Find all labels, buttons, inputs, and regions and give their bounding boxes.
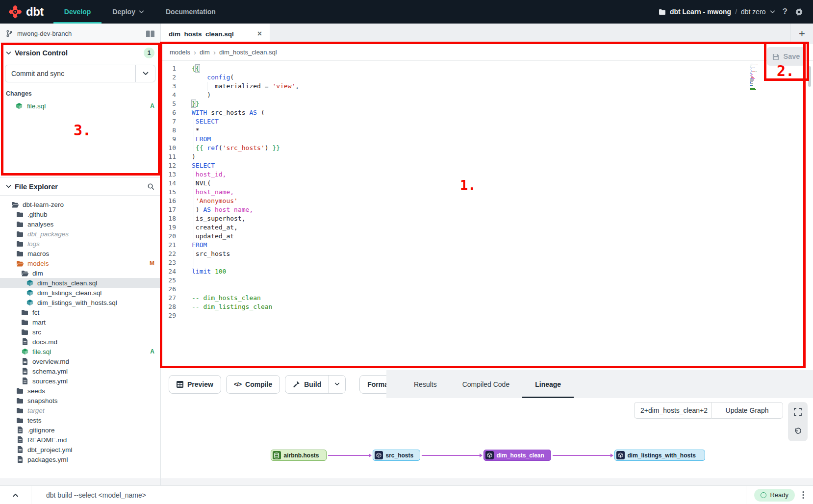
code-line[interactable]: src_hosts: [192, 250, 813, 258]
update-graph-button[interactable]: Update Graph: [711, 402, 783, 419]
kebab-menu-icon[interactable]: [802, 491, 804, 499]
tree-item-seeds[interactable]: seeds: [0, 386, 160, 396]
changed-file-row[interactable]: file.sqlA: [0, 100, 160, 112]
code-line[interactable]: SELECT: [192, 161, 813, 170]
code-line[interactable]: host_id,: [192, 170, 813, 179]
reset-view-icon[interactable]: [788, 422, 808, 441]
lineage-node-dim-hosts-clean[interactable]: dim_hosts_clean: [483, 450, 551, 461]
help-icon[interactable]: ?: [783, 7, 788, 17]
lineage-selector-input[interactable]: [634, 402, 711, 419]
breadcrumb-item[interactable]: models: [170, 49, 190, 56]
tree-item--github[interactable]: .github: [0, 209, 160, 219]
version-control-header[interactable]: Version Control 1: [0, 44, 160, 62]
tree-item-macros[interactable]: macros: [0, 249, 160, 258]
tree-item-fct[interactable]: fct: [0, 307, 160, 317]
code-line[interactable]: }}: [192, 100, 813, 108]
tree-item-dbt-project-yml[interactable]: dbt_project.yml: [0, 445, 160, 454]
tree-item-file-sql[interactable]: file.sqlA: [0, 347, 160, 356]
gear-icon[interactable]: [795, 8, 803, 16]
status-badge[interactable]: Ready: [754, 489, 795, 502]
nav-item-deploy[interactable]: Deploy: [102, 0, 155, 24]
lineage-node-dim-listings-with-hosts[interactable]: dim_listings_with_hosts: [614, 450, 705, 461]
tree-item-target[interactable]: target: [0, 405, 160, 415]
code-line[interactable]: ) AS host_name,: [192, 205, 813, 214]
code-line[interactable]: SELECT: [192, 117, 813, 126]
nav-item-develop[interactable]: Develop: [53, 0, 102, 24]
tree-item-dim[interactable]: dim: [0, 268, 160, 278]
tree-item-analyses[interactable]: analyses: [0, 219, 160, 229]
commit-and-sync-button[interactable]: Commit and sync: [5, 65, 135, 82]
preview-button[interactable]: Preview: [169, 375, 221, 394]
code-line[interactable]: *: [192, 126, 813, 135]
close-icon[interactable]: ×: [257, 29, 262, 38]
editor-tab-strip: dim_hosts_clean.sql × +: [161, 24, 813, 44]
code-line[interactable]: ): [192, 91, 813, 100]
code-line[interactable]: -- dim_listings_clean: [192, 302, 813, 311]
tree-item-dim-listings-with-hosts-sql[interactable]: dim_listings_with_hosts.sql: [0, 298, 160, 307]
breadcrumb-item[interactable]: dim_hosts_clean.sql: [219, 49, 277, 56]
code-line[interactable]: created_at,: [192, 223, 813, 232]
tree-item-dim-listings-clean-sql[interactable]: dim_listings_clean.sql: [0, 288, 160, 298]
code-line[interactable]: FROM: [192, 241, 813, 250]
code-line[interactable]: 'Anonymous': [192, 197, 813, 205]
code-line[interactable]: [192, 258, 813, 267]
tab-compiled-code[interactable]: Compiled Code: [450, 370, 523, 398]
code-line[interactable]: [192, 311, 813, 320]
fullscreen-icon[interactable]: [788, 402, 808, 422]
lineage-node-src-hosts[interactable]: src_hosts: [373, 450, 420, 461]
tree-item-dbt-learn-zero[interactable]: dbt-learn-zero: [0, 200, 160, 209]
tree-item-snapshots[interactable]: snapshots: [0, 396, 160, 405]
code-line[interactable]: config(: [192, 73, 813, 82]
tab-dim-hosts-clean[interactable]: dim_hosts_clean.sql ×: [161, 24, 270, 44]
lineage-node-airbnb-hosts[interactable]: airbnb.hosts: [271, 450, 327, 461]
code-line[interactable]: host_name,: [192, 188, 813, 197]
new-tab-button[interactable]: +: [790, 24, 813, 44]
code-lines[interactable]: {{ config( materialized = 'view', )}}WIT…: [180, 64, 813, 370]
commit-options-button[interactable]: [135, 65, 155, 82]
code-line[interactable]: {{: [192, 64, 813, 73]
build-button[interactable]: Build: [285, 375, 346, 394]
tree-item-docs-md[interactable]: docs.md: [0, 337, 160, 347]
dbt-logo[interactable]: dbt: [0, 0, 53, 24]
breadcrumb-item[interactable]: dim: [200, 49, 210, 56]
tree-item--gitignore[interactable]: .gitignore: [0, 425, 160, 435]
tree-item-overview-md[interactable]: overview.md: [0, 356, 160, 366]
tree-item-dim-hosts-clean-sql[interactable]: dim_hosts_clean.sql: [0, 278, 160, 288]
docs-view-icon[interactable]: [146, 30, 154, 37]
project-selector[interactable]: dbt Learn - mwong / dbt zero: [659, 8, 775, 16]
code-line[interactable]: materialized = 'view',: [192, 82, 813, 91]
code-line[interactable]: FROM: [192, 135, 813, 144]
tree-item-tests[interactable]: tests: [0, 415, 160, 425]
code-line[interactable]: limit 100: [192, 267, 813, 276]
code-line[interactable]: [192, 285, 813, 294]
tree-item-packages-yml[interactable]: packages.yml: [0, 454, 160, 464]
tree-item-logs[interactable]: logs: [0, 239, 160, 249]
tree-item-dbt-packages[interactable]: dbt_packages: [0, 229, 160, 239]
tree-item-mart[interactable]: mart: [0, 317, 160, 327]
code-line[interactable]: updated_at: [192, 232, 813, 241]
code-line[interactable]: ): [192, 152, 813, 161]
code-line[interactable]: WITH src_hosts AS (: [192, 108, 813, 117]
tree-item-readme-md[interactable]: README.md: [0, 435, 160, 445]
code-line[interactable]: -- dim_hosts_clean: [192, 294, 813, 302]
editor-scrollbar[interactable]: [808, 66, 811, 87]
code-line[interactable]: NVL(: [192, 179, 813, 188]
compile-button[interactable]: </>Compile: [226, 375, 280, 394]
command-input[interactable]: dbt build --select <model_name>: [31, 491, 746, 499]
code-line[interactable]: is_superhost,: [192, 214, 813, 223]
tree-item-src[interactable]: src: [0, 327, 160, 337]
search-icon[interactable]: [147, 183, 154, 190]
nav-item-documentation[interactable]: Documentation: [155, 0, 227, 24]
collapse-panel-button[interactable]: [0, 486, 31, 504]
save-button[interactable]: Save: [767, 47, 805, 66]
code-line[interactable]: {{ ref('src_hosts') }}: [192, 144, 813, 152]
tree-item-models[interactable]: modelsM: [0, 258, 160, 268]
tree-item-schema-yml[interactable]: schema.yml: [0, 366, 160, 376]
code-line[interactable]: [192, 276, 813, 285]
tab-lineage[interactable]: Lineage: [522, 370, 574, 398]
tree-item-label: dim_hosts_clean.sql: [37, 279, 97, 287]
tab-results[interactable]: Results: [401, 370, 450, 398]
build-options-button[interactable]: [329, 376, 345, 393]
tree-item-sources-yml[interactable]: sources.yml: [0, 376, 160, 386]
file-explorer-header[interactable]: File Explorer: [0, 178, 160, 196]
